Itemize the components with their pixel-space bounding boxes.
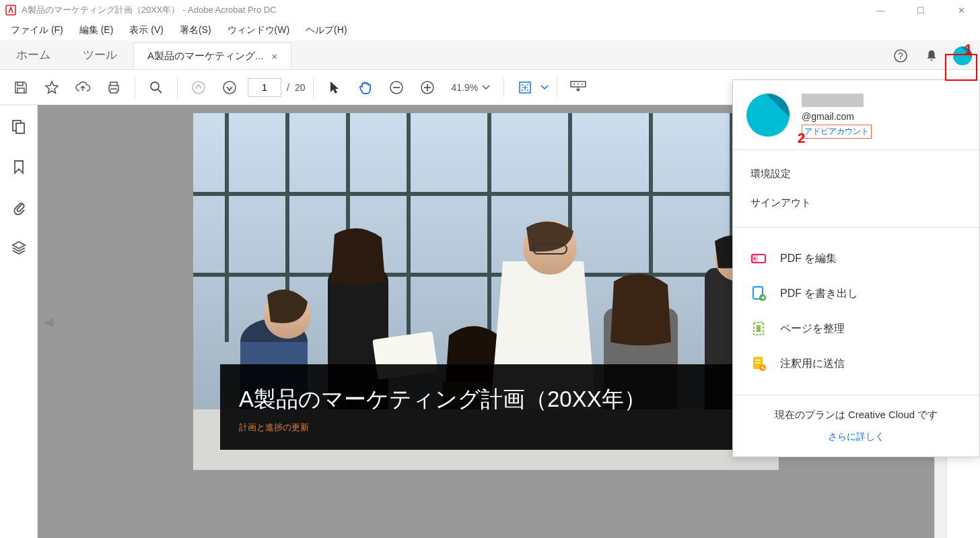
page-number-input[interactable] <box>248 78 281 97</box>
prev-page-button[interactable] <box>186 75 211 100</box>
preferences-item[interactable]: 環境設定 <box>733 160 979 189</box>
acrobat-icon <box>5 5 16 15</box>
next-page-button[interactable] <box>217 75 242 100</box>
window-controls: — ☐ ✕ <box>867 5 975 15</box>
read-aloud-button[interactable] <box>565 75 591 100</box>
export-pdf-tool[interactable]: PDF を書き出し <box>733 276 979 311</box>
toolbar-separator <box>135 77 135 98</box>
organize-pages-tool[interactable]: ページを整理 <box>733 311 979 346</box>
organize-icon <box>750 321 767 337</box>
prev-page-arrow[interactable]: ◀ <box>44 314 54 329</box>
tabsbar: ホーム ツール A製品のマーケティング... × ? <box>0 40 980 70</box>
zoom-in-button[interactable] <box>415 75 440 100</box>
slide-title: A製品のマーケティング計画（20XX年） <box>239 384 733 415</box>
profile-header: @gmail.com アドビアカウント <box>733 80 979 150</box>
hand-tool-button[interactable] <box>353 75 378 100</box>
titlebar: A製品のマーケティング計画（20XX年） - Adobe Acrobat Pro… <box>0 0 980 20</box>
toolbar-separator <box>557 77 557 98</box>
svg-point-5 <box>193 81 205 94</box>
slide-title-box: A製品のマーケティング計画（20XX年） 計画と進捗の更新 <box>220 364 752 450</box>
profile-dropdown: @gmail.com アドビアカウント 環境設定 サインアウト PDF を編集 … <box>732 79 980 457</box>
svg-rect-18 <box>16 123 24 133</box>
signout-item[interactable]: サインアウト <box>733 189 979 217</box>
slide-subtitle: 計画と進捗の更新 <box>239 422 733 434</box>
svg-text:?: ? <box>898 51 903 61</box>
learn-more-link[interactable]: さらに詳しく <box>750 431 962 443</box>
select-tool-button[interactable] <box>322 75 347 100</box>
export-pdf-icon <box>750 285 767 302</box>
page-separator: / <box>287 82 289 93</box>
zoom-dropdown[interactable]: 41.9% <box>446 82 495 93</box>
thumbnails-button[interactable] <box>8 116 30 137</box>
menubar: ファイル (F) 編集 (E) 表示 (V) 署名(S) ウィンドウ(W) ヘル… <box>0 20 980 40</box>
menu-window[interactable]: ウィンドウ(W) <box>219 22 298 39</box>
edit-pdf-tool[interactable]: PDF を編集 <box>733 241 979 276</box>
annotation-2: 2 <box>798 131 805 146</box>
document-page: A製品のマーケティング計画（20XX年） 計画と進捗の更新 <box>193 113 779 470</box>
toolbar-separator <box>177 77 178 98</box>
save-button[interactable] <box>8 75 34 100</box>
bell-icon[interactable] <box>922 46 941 65</box>
tab-document[interactable]: A製品のマーケティング... × <box>133 42 291 69</box>
send-review-icon <box>750 356 767 372</box>
svg-rect-55 <box>757 325 761 332</box>
send-review-tool[interactable]: 注釈用に送信 <box>733 346 979 381</box>
tab-home[interactable]: ホーム <box>0 40 67 69</box>
profile-footer: 現在のプランは Creative Cloud です さらに詳しく <box>733 395 979 457</box>
svg-point-6 <box>223 81 236 94</box>
close-window-button[interactable]: ✕ <box>948 5 975 15</box>
svg-point-14 <box>573 83 575 85</box>
annotation-1: 1 <box>965 42 972 57</box>
tab-tools[interactable]: ツール <box>67 40 133 69</box>
svg-rect-57 <box>755 360 761 361</box>
chevron-down-icon[interactable] <box>540 85 549 90</box>
minimize-button[interactable]: — <box>867 5 894 15</box>
edit-pdf-icon <box>750 250 767 267</box>
edit-pdf-label: PDF を編集 <box>780 252 837 266</box>
svg-point-15 <box>578 83 579 85</box>
export-pdf-label: PDF を書き出し <box>780 287 858 301</box>
toolbar-separator <box>503 77 504 98</box>
chevron-down-icon <box>482 85 490 90</box>
avatar-large-icon <box>746 94 790 137</box>
zoom-value: 41.9% <box>451 82 478 93</box>
help-icon[interactable]: ? <box>891 46 910 65</box>
adobe-account-link[interactable]: アドビアカウント <box>802 125 872 139</box>
menu-file[interactable]: ファイル (F) <box>3 22 71 39</box>
user-email: @gmail.com <box>802 111 966 122</box>
svg-rect-58 <box>755 362 761 364</box>
bookmarks-button[interactable] <box>8 156 30 178</box>
svg-line-4 <box>158 90 162 93</box>
window-title: A製品のマーケティング計画（20XX年） - Adobe Acrobat Pro… <box>22 4 277 16</box>
user-name-redacted <box>802 94 864 107</box>
attachments-button[interactable] <box>8 197 30 218</box>
menu-edit[interactable]: 編集 (E) <box>71 22 122 39</box>
plan-label: 現在のプランは Creative Cloud です <box>750 409 962 422</box>
layers-button[interactable] <box>8 237 30 259</box>
menu-view[interactable]: 表示 (V) <box>121 22 172 39</box>
send-review-label: 注釈用に送信 <box>780 357 845 371</box>
toolbar-separator <box>313 77 314 98</box>
fit-page-button[interactable] <box>512 75 538 100</box>
menu-sign[interactable]: 署名(S) <box>172 22 219 39</box>
tab-close-button[interactable]: × <box>272 51 278 62</box>
find-button[interactable] <box>143 75 169 100</box>
zoom-out-button[interactable] <box>384 75 409 100</box>
svg-point-3 <box>151 82 159 90</box>
svg-point-51 <box>754 258 756 260</box>
print-button[interactable] <box>101 75 127 100</box>
svg-point-16 <box>582 83 583 85</box>
menu-help[interactable]: ヘルプ(H) <box>298 22 355 39</box>
tab-document-label: A製品のマーケティング... <box>147 50 264 63</box>
organize-label: ページを整理 <box>780 322 845 336</box>
page-total: 20 <box>295 82 306 93</box>
navigation-pane <box>0 105 38 538</box>
cloud-upload-button[interactable] <box>70 75 96 100</box>
star-button[interactable] <box>39 75 65 100</box>
annotation-box-1 <box>945 54 977 81</box>
maximize-button[interactable]: ☐ <box>907 5 934 15</box>
